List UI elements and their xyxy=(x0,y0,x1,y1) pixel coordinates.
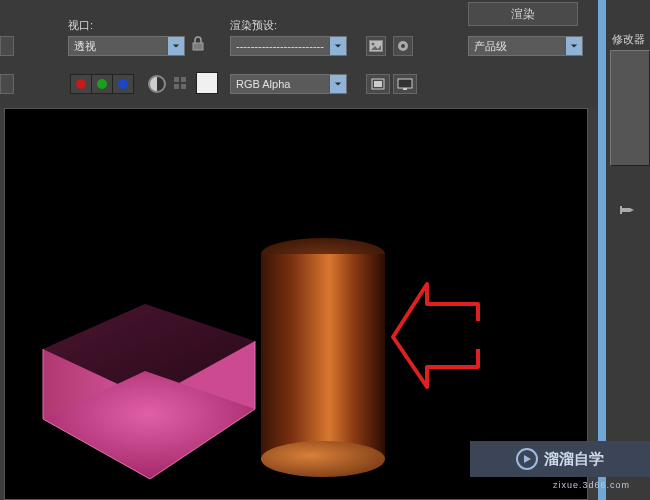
gear-icon[interactable] xyxy=(393,36,413,56)
left-edge-btn-1[interactable] xyxy=(0,36,14,56)
svg-rect-7 xyxy=(181,77,186,82)
viewport-dropdown-value: 透视 xyxy=(74,39,96,54)
grid-icon[interactable] xyxy=(174,77,186,89)
main-color-swatch[interactable] xyxy=(196,72,218,94)
left-edge-btn-2[interactable] xyxy=(0,74,14,94)
watermark-brand: 溜溜自学 xyxy=(544,450,604,469)
modifier-list[interactable] xyxy=(610,50,650,166)
svg-rect-8 xyxy=(174,84,179,89)
svg-rect-9 xyxy=(181,84,186,89)
green-swatch[interactable] xyxy=(92,75,113,93)
viewport-dropdown[interactable]: 透视 xyxy=(68,36,185,56)
preset-dropdown-value: ------------------------ xyxy=(236,40,324,52)
cylinder-side xyxy=(261,254,385,459)
blue-swatch[interactable] xyxy=(113,75,133,93)
viewport-label: 视口: xyxy=(68,18,93,33)
watermark: 溜溜自学 xyxy=(470,441,650,477)
svg-rect-12 xyxy=(398,79,412,88)
svg-rect-15 xyxy=(620,206,622,214)
channel-dropdown[interactable]: RGB Alpha xyxy=(230,74,347,94)
svg-rect-0 xyxy=(193,43,203,50)
chevron-down-icon xyxy=(167,37,184,55)
svg-rect-13 xyxy=(403,88,407,90)
panel-divider[interactable] xyxy=(598,0,606,500)
pin-icon[interactable] xyxy=(620,202,636,218)
output-dropdown[interactable]: 产品级 xyxy=(468,36,583,56)
svg-point-5 xyxy=(401,44,405,48)
svg-point-3 xyxy=(372,43,375,46)
play-icon xyxy=(516,448,538,470)
svg-rect-14 xyxy=(622,208,630,212)
red-arrow-annotation xyxy=(393,284,478,387)
render-button-label: 渲染 xyxy=(511,6,535,23)
watermark-url: zixue.3d66.com xyxy=(553,480,630,490)
modifier-label: 修改器 xyxy=(612,32,645,47)
render-button[interactable]: 渲染 xyxy=(468,2,578,26)
cylinder-bottom xyxy=(261,441,385,477)
channel-dropdown-value: RGB Alpha xyxy=(236,78,290,90)
color-swatch-row xyxy=(70,74,134,94)
picture-icon[interactable] xyxy=(366,36,386,56)
chevron-down-icon xyxy=(329,75,346,93)
svg-rect-6 xyxy=(174,77,179,82)
contrast-icon[interactable] xyxy=(148,75,166,93)
preset-label: 渲染预设: xyxy=(230,18,277,33)
svg-rect-11 xyxy=(374,81,382,87)
chevron-down-icon xyxy=(329,37,346,55)
output-dropdown-value: 产品级 xyxy=(474,39,507,54)
monitor-icon[interactable] xyxy=(393,74,417,94)
window-icon[interactable] xyxy=(366,74,390,94)
lock-icon[interactable] xyxy=(190,36,206,52)
red-swatch[interactable] xyxy=(71,75,92,93)
chevron-down-icon xyxy=(565,37,582,55)
preset-dropdown[interactable]: ------------------------ xyxy=(230,36,347,56)
